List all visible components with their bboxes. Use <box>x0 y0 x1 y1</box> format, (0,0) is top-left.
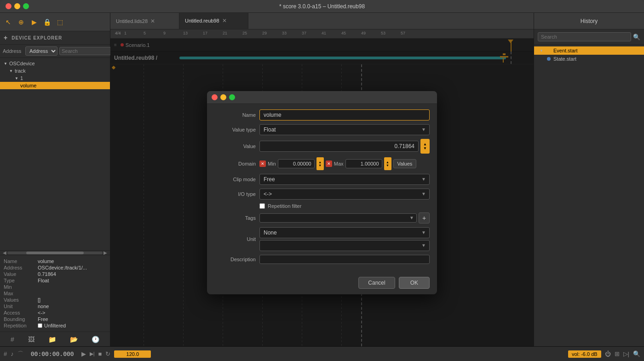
history-item-state-start[interactable]: State.start <box>534 55 644 63</box>
domain-values-btn[interactable]: Values <box>393 159 417 168</box>
mixer-icon[interactable]: ⊞ <box>615 350 620 357</box>
ok-button[interactable]: OK <box>399 277 430 289</box>
tree-item-track[interactable]: ▼ track <box>0 67 110 74</box>
domain-min-clear-btn[interactable]: ✕ <box>259 160 266 167</box>
prop-min: Min <box>4 284 106 290</box>
address-dropdown[interactable]: Address <box>25 46 58 56</box>
modal-description-input[interactable] <box>259 255 430 264</box>
sidebar-icon-2[interactable]: 🖼 <box>28 336 34 343</box>
domain-min-spinner[interactable]: ▲ ▼ <box>316 157 324 170</box>
modal-close-btn[interactable] <box>212 94 218 100</box>
modal-row-name: Name <box>214 109 430 120</box>
modal-unit-select[interactable]: None <box>259 227 430 238</box>
curve-icon[interactable]: ⌒ <box>17 350 23 358</box>
modal-clipmode-label: Clip mode <box>214 177 256 182</box>
music-icon[interactable]: ♪ <box>11 350 14 357</box>
modal-row-unit: Unit None ▼ <box>214 227 430 251</box>
prop-val-unit: none <box>38 304 49 309</box>
output-icon[interactable]: ▷| <box>623 350 629 357</box>
modal-value-row: ▲ ▼ <box>259 139 430 154</box>
timeline-content: ≡ Scenario.1 Untitled.reub98 / <box>110 39 534 346</box>
repetition-filter-label[interactable]: Repetition filter <box>259 203 301 209</box>
repetition-checkbox[interactable] <box>38 323 42 328</box>
cancel-button[interactable]: Cancel <box>358 277 395 289</box>
play-icon[interactable]: ▶ <box>29 17 39 27</box>
modal-value-input[interactable] <box>259 141 419 152</box>
repetition-filter-text: Repetition filter <box>268 203 301 209</box>
add-tool-icon[interactable]: ⊕ <box>17 17 26 27</box>
prop-val-address: OSCdevice:/track/1/... <box>38 265 87 270</box>
tab-lids28-close[interactable]: ✕ <box>150 18 155 24</box>
history-header: History <box>534 13 644 29</box>
ruler-21: 21 <box>223 31 227 35</box>
modal-value-spinner[interactable]: ▲ ▼ <box>420 139 430 154</box>
minimize-button[interactable] <box>14 3 20 9</box>
modal-unit-sub-select[interactable] <box>259 240 430 251</box>
bpm-display[interactable]: 120.0 <box>114 350 151 358</box>
prop-address: Address OSCdevice:/track/1/... <box>4 264 106 271</box>
loop-button[interactable]: ↻ <box>105 350 110 357</box>
maximize-button[interactable] <box>23 3 29 9</box>
history-search-input[interactable] <box>538 32 631 41</box>
tree-arrow-1: ▼ <box>15 76 18 80</box>
add-device-button[interactable]: + <box>4 34 8 41</box>
tree-item-volume[interactable]: volume <box>0 82 110 89</box>
modal-valuetype-select[interactable]: Float Int Bool String <box>259 124 430 135</box>
prop-key-type: Type <box>4 278 36 283</box>
address-bar: Address Address 🔍 <box>0 45 110 58</box>
search-icon[interactable]: 🔍 <box>633 350 640 357</box>
power-icon[interactable]: ⏻ <box>605 350 611 357</box>
sidebar-bottom-toolbar: # 🖼 📁 📂 🕐 <box>0 332 110 346</box>
ruler-45: 45 <box>341 31 346 35</box>
ruler-25: 25 <box>242 31 247 35</box>
sidebar-icon-1[interactable]: # <box>11 336 14 343</box>
tree-label-oscdevice: OSCdevice <box>9 61 35 66</box>
domain-min-input[interactable] <box>278 159 315 168</box>
tab-reub98[interactable]: Untitled.reub98 ✕ <box>179 13 248 29</box>
title-bar: * score 3.0.0-a15 – Untitled.reub98 <box>0 0 644 13</box>
tree-item-oscdevice[interactable]: ▼ OSCdevice <box>0 60 110 67</box>
tags-add-btn[interactable]: + <box>419 212 430 223</box>
play-to-end-button[interactable]: ▶| <box>90 351 95 357</box>
modal-row-value: Value ▲ ▼ <box>214 139 430 154</box>
domain-min-down-icon: ▼ <box>318 164 322 167</box>
modal-name-input[interactable] <box>259 109 430 120</box>
tree-item-1[interactable]: ▼ 1 <box>0 74 110 82</box>
prop-type: Type Float <box>4 277 106 284</box>
close-button[interactable] <box>6 3 12 9</box>
modal-row-iotype: I/O type <-> -> <- ▼ <box>214 189 430 200</box>
volume-display[interactable]: vol: -6.0 dB <box>568 350 601 358</box>
modal-valuetype-label: Value type <box>214 127 256 132</box>
sidebar-icon-3[interactable]: 📁 <box>48 336 56 343</box>
address-label: Address <box>3 48 23 54</box>
prop-value: Value 0.71864 <box>4 271 106 277</box>
modal-iotype-select[interactable]: <-> -> <- <box>259 189 430 200</box>
domain-max-clear-btn[interactable]: ✕ <box>326 160 332 167</box>
stop-button[interactable]: ■ <box>98 350 102 357</box>
tab-reub98-close[interactable]: ✕ <box>222 17 227 24</box>
history-item-event-start[interactable]: ▼ Event.start <box>534 46 644 55</box>
sidebar-icon-5[interactable]: 🕐 <box>92 336 99 343</box>
cursor-tool-icon[interactable]: ↖ <box>4 17 13 27</box>
domain-max-spinner[interactable]: ▲ ▼ <box>384 157 391 170</box>
prop-val-repetition: Unfiltered <box>38 323 66 328</box>
select-icon[interactable]: ⬚ <box>55 17 64 27</box>
prop-val-value: 0.71864 <box>38 271 56 277</box>
tags-input[interactable] <box>259 213 417 223</box>
sidebar-icon-4[interactable]: 📂 <box>70 336 78 343</box>
play-button[interactable]: ▶ <box>81 350 86 357</box>
prop-key-max: Max <box>4 291 36 296</box>
domain-max-input[interactable] <box>345 159 382 168</box>
scrollbar-track[interactable] <box>7 252 103 254</box>
tab-lids28[interactable]: Untitled.lids28 ✕ <box>110 13 179 29</box>
ruler-53: 53 <box>381 31 385 35</box>
ruler-5: 5 <box>144 31 146 35</box>
repetition-filter-checkbox[interactable] <box>259 203 265 209</box>
prop-val-values: [] <box>38 297 40 303</box>
modal-min-btn[interactable] <box>220 94 226 100</box>
grid-icon[interactable]: # <box>4 350 7 357</box>
modal-max-btn[interactable] <box>229 94 235 100</box>
modal-clipmode-select[interactable]: Free Low High Both <box>259 174 430 185</box>
ruler-57: 57 <box>401 31 405 35</box>
lock-icon[interactable]: 🔒 <box>42 17 52 27</box>
